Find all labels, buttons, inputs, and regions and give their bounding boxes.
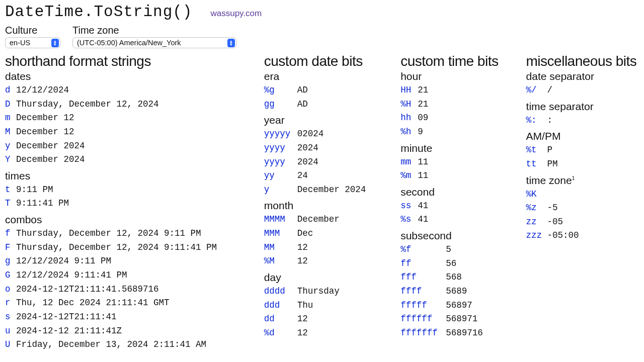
format-value: 9:11 PM	[16, 183, 53, 197]
format-row: MMMMDecember	[264, 213, 400, 227]
format-row: mm11	[400, 155, 526, 169]
format-value: December 2024	[297, 183, 366, 197]
format-code: zz	[526, 215, 547, 229]
times-heading: times	[5, 170, 264, 182]
format-code: y	[264, 183, 297, 197]
format-row: G12/12/2024 9:11:41 PM	[5, 268, 264, 283]
format-code: %d	[264, 326, 297, 340]
format-row: T9:11:41 PM	[5, 197, 264, 211]
format-code: %:	[526, 114, 547, 128]
month-heading: month	[264, 200, 400, 212]
format-row: ttPM	[526, 157, 639, 171]
format-code: Y	[5, 153, 16, 167]
format-value: 41	[418, 213, 428, 227]
format-row: %tP	[526, 143, 639, 157]
format-value: 21	[418, 83, 428, 98]
format-value: 56	[446, 257, 456, 271]
culture-select[interactable]: en-US ▴▾	[5, 37, 60, 48]
format-value: December 12	[16, 111, 74, 125]
format-code: u	[5, 324, 16, 338]
format-value: 56897	[446, 299, 472, 313]
format-row: %M12	[264, 254, 400, 268]
format-row: yyyy2024	[264, 141, 400, 155]
format-row: s2024-12-12T21:11:41	[5, 310, 264, 324]
format-value: 5	[446, 243, 451, 257]
format-code: yyyy	[264, 155, 297, 169]
format-value: Thursday, December 12, 2024 9:11 PM	[16, 227, 201, 241]
format-value: Thursday, December 12, 2024 9:11:41 PM	[16, 241, 217, 255]
format-code: %K	[526, 188, 547, 202]
timezone-label: Time zone	[72, 25, 236, 36]
format-code: MM	[264, 241, 297, 255]
format-row: yy24	[264, 169, 400, 183]
format-row: yDecember 2024	[5, 139, 264, 153]
format-row: t9:11 PM	[5, 183, 264, 197]
format-code: %g	[264, 83, 297, 98]
format-row: yDecember 2024	[264, 183, 400, 197]
format-code: %H	[400, 98, 418, 112]
format-row: %s41	[400, 213, 526, 227]
day-heading: day	[264, 272, 400, 284]
format-code: MMMM	[264, 213, 297, 227]
format-value: 2024	[297, 141, 318, 155]
shorthand-heading: shorthand format strings	[5, 53, 264, 69]
timezone-select[interactable]: (UTC-05:00) America/New_York ▴▾	[72, 37, 236, 48]
format-value: Friday, December 13, 2024 2:11:41 AM	[16, 338, 206, 352]
format-value: 12	[297, 241, 308, 255]
format-value: :	[547, 114, 553, 128]
format-code: mm	[400, 155, 418, 169]
format-code: M	[5, 125, 16, 139]
format-value: P	[547, 143, 553, 157]
format-value: 11	[418, 155, 428, 169]
format-row: UFriday, December 13, 2024 2:11:41 AM	[5, 338, 264, 352]
format-code: yyyyy	[264, 127, 297, 141]
format-value: 12/12/2024	[16, 83, 69, 98]
format-value: Thu, 12 Dec 2024 21:11:41 GMT	[16, 296, 170, 310]
format-row: u2024-12-12 21:11:41Z	[5, 324, 264, 338]
format-code: yy	[264, 169, 297, 183]
format-value: 568	[446, 270, 462, 285]
page-title: DateTime.ToString()	[5, 3, 192, 21]
format-code: s	[5, 310, 16, 324]
format-code: U	[5, 338, 16, 352]
custom-date-heading: custom date bits	[264, 53, 400, 69]
format-value: -05:00	[547, 229, 579, 243]
format-code: y	[5, 139, 16, 153]
minute-heading: minute	[400, 142, 526, 154]
dates-heading: dates	[5, 70, 264, 82]
timezone-value: (UTC-05:00) America/New_York	[77, 39, 181, 47]
format-code: g	[5, 254, 16, 268]
format-code: ffff	[400, 285, 446, 299]
timesep-heading: time separator	[526, 101, 639, 113]
format-value: December 2024	[16, 139, 85, 153]
misc-heading: miscellaneous bits	[526, 53, 639, 69]
format-row: MM12	[264, 241, 400, 255]
format-code: G	[5, 268, 16, 283]
chevron-updown-icon: ▴▾	[227, 39, 235, 47]
format-row: %//	[526, 83, 639, 98]
site-link[interactable]: wassupy.com	[210, 9, 262, 19]
format-code: D	[5, 98, 16, 112]
format-value: 2024-12-12T21:11:41.5689716	[16, 283, 159, 297]
format-value: December 12	[16, 125, 74, 139]
format-row: ffffff568971	[400, 312, 526, 326]
format-value: /	[547, 83, 553, 98]
format-value: December	[297, 213, 340, 227]
format-row: zzz-05:00	[526, 229, 639, 243]
combos-heading: combos	[5, 214, 264, 226]
format-value: 2024-12-12 21:11:41Z	[16, 324, 122, 338]
format-row: %K	[526, 188, 639, 202]
format-value: 12	[297, 254, 308, 268]
format-value: 21	[418, 98, 428, 112]
format-row: g12/12/2024 9:11 PM	[5, 254, 264, 268]
second-heading: second	[400, 186, 526, 198]
format-code: ss	[400, 199, 418, 213]
format-value: 12	[297, 326, 308, 340]
format-value: Thu	[297, 299, 313, 313]
format-row: ggAD	[264, 98, 400, 112]
format-value: 568971	[446, 312, 477, 326]
format-row: fThursday, December 12, 2024 9:11 PM	[5, 227, 264, 241]
format-value: 12	[297, 312, 308, 326]
format-row: yyyy2024	[264, 155, 400, 169]
format-row: o2024-12-12T21:11:41.5689716	[5, 283, 264, 297]
